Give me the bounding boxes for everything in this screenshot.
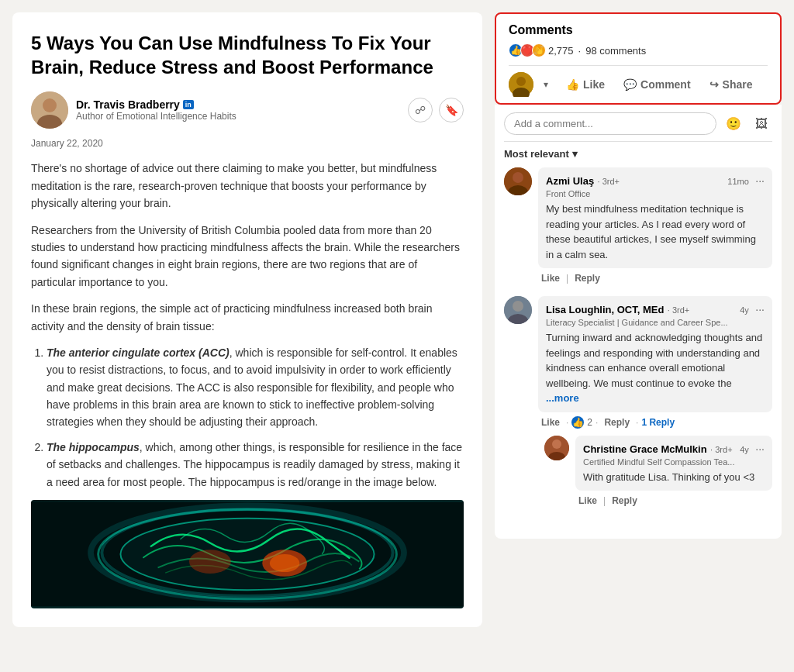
comment-bubble-azmi: Azmi Ulaş · 3rd+ 11mo ··· Front Office M… — [538, 167, 772, 268]
add-comment-row: 🙂 🖼 — [504, 105, 772, 142]
linkedin-badge: in — [183, 100, 194, 109]
svg-point-15 — [513, 172, 523, 183]
comment-title-azmi: Front Office — [546, 189, 765, 198]
brain-image — [31, 500, 464, 608]
comment-text-lisa: Turning inward and acknowledging thought… — [546, 330, 765, 406]
comment-degree-lisa: · 3rd+ — [668, 305, 689, 315]
comment-degree-azmi: · 3rd+ — [598, 177, 620, 186]
article-list-item-1: The anterior cingulate cortex (ACC), whi… — [47, 344, 464, 431]
article-icon-buttons: ☍ 🔖 — [408, 98, 464, 122]
comment-avatar-azmi — [504, 167, 532, 195]
author-section: Dr. Travis Bradberry in Author of Emotio… — [31, 91, 464, 129]
comment-button[interactable]: 💬 Comment — [616, 74, 699, 95]
article-para-1: There's no shortage of advice out there … — [31, 160, 464, 212]
comment-text-christine: With gratitude Lisa. Thinking of you <3 — [583, 470, 765, 485]
article-list: The anterior cingulate cortex (ACC), whi… — [31, 344, 464, 491]
comment-content-azmi: Azmi Ulaş · 3rd+ 11mo ··· Front Office M… — [538, 167, 772, 285]
action-row: ▾ 👍 Like 💬 Comment ↪ Share — [509, 65, 768, 97]
author-info: Dr. Travis Bradberry in Author of Emotio… — [76, 98, 400, 122]
article-para-2: Researchers from the University of Briti… — [31, 222, 464, 291]
like-button[interactable]: 👍 Like — [558, 74, 613, 95]
comment-more-azmi[interactable]: ··· — [755, 174, 765, 187]
comment-title-christine: Certified Mindful Self Compassion Tea... — [583, 457, 765, 467]
comment-meta-azmi: Azmi Ulaş · 3rd+ 11mo ··· — [546, 174, 765, 188]
author-subtitle: Author of Emotional Intelligence Habits — [76, 111, 400, 122]
reaction-count: 2,775 — [548, 45, 574, 57]
more-link-lisa[interactable]: ...more — [546, 392, 579, 404]
save-button[interactable]: 🔖 — [439, 98, 464, 122]
like-icon: 👍 — [566, 78, 579, 91]
comment-name-christine: Christine Grace McMulkin — [583, 443, 707, 455]
article-para-3: In these brain regions, the simple act o… — [31, 300, 464, 335]
comment-content-christine: Christine Grace McMulkin · 3rd+ 4y ··· C… — [575, 436, 772, 508]
share-icon: ↪ — [709, 78, 719, 91]
comment-more-lisa[interactable]: ··· — [755, 303, 765, 315]
avatar-chevron-button[interactable]: ▾ — [537, 75, 555, 94]
comment-text-azmi: My best mindfulness meditation technique… — [546, 202, 765, 262]
comment-name-azmi: Azmi Ulaş — [546, 175, 594, 187]
comment-icon: 💬 — [623, 78, 637, 91]
svg-point-21 — [552, 439, 561, 449]
reply-count-lisa[interactable]: 1 Reply — [641, 417, 675, 428]
svg-point-18 — [513, 301, 523, 312]
reaction-emojis: 👍 ❤️ 👏 — [509, 43, 544, 57]
comments-box: Comments 👍 ❤️ 👏 2,775 · 98 comments — [495, 12, 782, 105]
article-body: There's no shortage of advice out there … — [31, 160, 464, 491]
comment-more-christine[interactable]: ··· — [755, 443, 765, 455]
current-user-avatar — [509, 72, 533, 97]
comment-bubble-christine: Christine Grace McMulkin · 3rd+ 4y ··· C… — [575, 436, 772, 491]
comment-meta-christine: Christine Grace McMulkin · 3rd+ 4y ··· — [583, 442, 765, 456]
svg-point-12 — [516, 77, 526, 86]
article-title: 5 Ways You Can Use Mindfulness To Fix Yo… — [31, 31, 464, 79]
reply-action-christine[interactable]: Reply — [609, 494, 640, 508]
page-wrapper: 5 Ways You Can Use Mindfulness To Fix Yo… — [12, 12, 782, 627]
comments-column: Comments 👍 ❤️ 👏 2,775 · 98 comments — [495, 12, 782, 627]
comment-time-lisa: 4y — [740, 305, 749, 315]
svg-point-9 — [270, 554, 299, 572]
like-action-lisa[interactable]: Like — [538, 415, 563, 429]
like-reaction-lisa: 👍 2 — [571, 416, 592, 429]
thumbs-up-small: 👍 — [571, 416, 584, 429]
article-list-item-2: The hippocampus, which, among other thin… — [47, 439, 464, 491]
comment-time-azmi: 11mo — [727, 177, 749, 186]
comment-avatar-christine — [544, 436, 569, 460]
comment-title-lisa: Literacy Specialist | Guidance and Caree… — [546, 318, 765, 327]
dot-separator: · — [578, 45, 582, 57]
author-name: Dr. Travis Bradberry in — [76, 98, 400, 111]
reactions-row: 👍 ❤️ 👏 2,775 · 98 comments — [509, 43, 768, 57]
reading-mode-button[interactable]: ☍ — [408, 98, 433, 122]
comment-name-lisa: Lisa Loughlin, OCT, MEd — [546, 304, 664, 315]
sort-label: Most relevant — [504, 148, 569, 160]
comment-actions-azmi: Like | Reply — [538, 271, 772, 285]
comment-avatar-lisa — [504, 296, 532, 324]
media-icon[interactable]: 🖼 — [751, 113, 772, 135]
article-date: January 22, 2020 — [31, 138, 464, 149]
share-button[interactable]: ↪ Share — [702, 74, 761, 95]
emoji-icon[interactable]: 🙂 — [723, 113, 744, 135]
comment-meta-lisa: Lisa Loughlin, OCT, MEd · 3rd+ 4y ··· — [546, 302, 765, 316]
comments-header: Comments — [509, 23, 768, 37]
comment-time-christine: 4y — [740, 445, 749, 454]
reply-action-azmi[interactable]: Reply — [571, 271, 603, 285]
comment-count: 98 comments — [585, 45, 646, 57]
svg-point-10 — [189, 550, 231, 574]
like-action-christine[interactable]: Like — [575, 494, 600, 508]
add-comment-input[interactable] — [504, 112, 716, 135]
comment-content-lisa: Lisa Loughlin, OCT, MEd · 3rd+ 4y ··· Li… — [538, 296, 772, 519]
comment-actions-christine: Like | Reply — [575, 494, 772, 508]
comment-feed: 🙂 🖼 Most relevant ▾ — [495, 105, 782, 539]
comment-item-lisa: Lisa Loughlin, OCT, MEd · 3rd+ 4y ··· Li… — [504, 296, 772, 519]
comment-item-azmi: Azmi Ulaş · 3rd+ 11mo ··· Front Office M… — [504, 167, 772, 285]
reply-action-lisa[interactable]: Reply — [601, 415, 633, 429]
author-avatar — [31, 91, 68, 129]
comment-bubble-lisa: Lisa Loughlin, OCT, MEd · 3rd+ 4y ··· Li… — [538, 296, 772, 412]
comment-actions-lisa: Like · 👍 2 · Reply · 1 Reply — [538, 415, 772, 429]
sort-chevron-icon: ▾ — [572, 148, 578, 160]
article-container: 5 Ways You Can Use Mindfulness To Fix Yo… — [12, 12, 482, 627]
comment-degree-christine: · 3rd+ — [710, 445, 732, 454]
svg-point-1 — [43, 98, 57, 112]
sort-row[interactable]: Most relevant ▾ — [504, 148, 772, 160]
clap-emoji: 👏 — [532, 43, 546, 57]
like-action-azmi[interactable]: Like — [538, 271, 563, 285]
comment-item-christine: Christine Grace McMulkin · 3rd+ 4y ··· C… — [544, 436, 772, 508]
